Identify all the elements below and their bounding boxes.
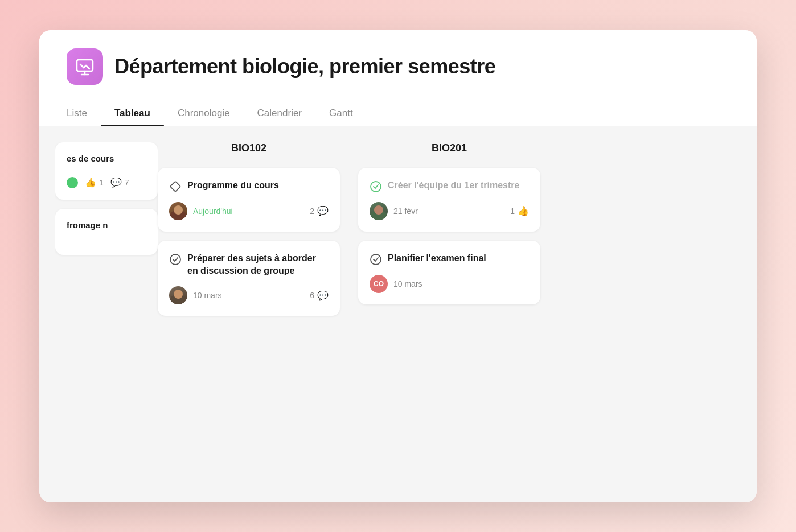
list-item[interactable]: Programme du cours Aujourd'hui 2 💬 [158, 168, 340, 232]
card-footer: 21 févr 1 👍 [370, 202, 529, 220]
card-footer-right: 2 💬 [310, 205, 329, 216]
comments-count: 💬 7 [110, 177, 129, 188]
card-footer: 👍 1 💬 7 [67, 177, 146, 188]
comments-count: 6 💬 [310, 290, 329, 301]
card-title-text: Planifier l'examen final [388, 252, 486, 265]
svg-point-9 [371, 254, 381, 265]
column-bio102: BIO102 Programme du cours Aujourd'hui [158, 142, 340, 486]
due-date: 21 févr [393, 207, 418, 216]
list-item[interactable]: Planifier l'examen final CO 10 mars [358, 241, 540, 304]
card-footer-left: CO 10 mars [370, 275, 422, 293]
tab-tableau[interactable]: Tableau [101, 101, 164, 126]
avatar [370, 202, 388, 220]
card-title-text: Programme du cours [187, 179, 279, 192]
card-title-row: Préparer des sujets à aborder en discuss… [169, 252, 329, 278]
list-item[interactable]: Préparer des sujets à aborder en discuss… [158, 241, 340, 316]
app-window: Département biologie, premier semestre L… [39, 30, 757, 502]
tabs-nav: Liste Tableau Chronologie Calendrier Gan… [67, 101, 729, 126]
likes-count: 👍 1 [85, 177, 104, 188]
likes-count: 1 👍 [510, 205, 529, 216]
list-item[interactable]: es de cours 👍 1 💬 7 [55, 142, 158, 200]
svg-rect-6 [170, 181, 180, 191]
presentation-board-icon [67, 48, 103, 85]
svg-line-3 [80, 64, 84, 68]
board-area: es de cours 👍 1 💬 7 fromag [39, 126, 757, 502]
column-bio201: BIO201 Créer l'équipe du 1er trimestre [358, 142, 540, 486]
card-title-row: Programme du cours [169, 179, 329, 193]
svg-point-7 [170, 254, 180, 265]
card-title-text: Créer l'équipe du 1er trimestre [388, 179, 519, 192]
card-title-text: Préparer des sujets à aborder en discuss… [187, 252, 329, 278]
svg-rect-0 [77, 60, 93, 71]
tab-calendrier[interactable]: Calendrier [244, 101, 315, 126]
column-header-bio201: BIO201 [358, 142, 540, 159]
card-title: es de cours [67, 154, 146, 163]
comment-icon: 💬 [110, 177, 122, 188]
card-footer-left: 10 mars [169, 286, 222, 304]
like-icon: 👍 [85, 177, 96, 188]
circle-check-done-icon [370, 180, 382, 193]
circle-check-icon [370, 253, 382, 266]
due-date: 10 mars [193, 291, 222, 300]
diamond-check-icon [169, 180, 182, 193]
tab-chronologie[interactable]: Chronologie [164, 101, 244, 126]
tab-gantt[interactable]: Gantt [315, 101, 367, 126]
card-title: fromage n [67, 220, 146, 230]
avatar: CO [370, 275, 388, 293]
list-item[interactable]: Créer l'équipe du 1er trimestre 21 févr … [358, 168, 540, 232]
card-footer-right: 6 💬 [310, 290, 329, 301]
comments-count: 2 💬 [310, 205, 329, 216]
card-footer-left: 21 févr [370, 202, 418, 220]
card-title-row: Créer l'équipe du 1er trimestre [370, 179, 529, 193]
due-date: 10 mars [393, 279, 422, 288]
circle-check-icon [169, 253, 182, 266]
comment-icon: 💬 [317, 205, 329, 216]
like-icon: 👍 [518, 205, 529, 216]
tab-liste[interactable]: Liste [67, 101, 101, 126]
svg-point-8 [371, 182, 381, 192]
card-title-row: Planifier l'examen final [370, 252, 529, 266]
avatar [169, 286, 187, 304]
title-row: Département biologie, premier semestre [67, 48, 729, 85]
columns-container: es de cours 👍 1 💬 7 fromag [39, 142, 556, 486]
comment-icon: 💬 [317, 290, 329, 301]
status-dot [67, 177, 78, 188]
card-footer-left: Aujourd'hui [169, 202, 233, 220]
page-title: Département biologie, premier semestre [114, 55, 495, 79]
svg-line-5 [86, 65, 89, 69]
header: Département biologie, premier semestre L… [39, 30, 757, 126]
list-item[interactable]: fromage n [55, 209, 158, 255]
card-footer: 10 mars 6 💬 [169, 286, 329, 304]
due-date: Aujourd'hui [193, 207, 233, 216]
card-footer: Aujourd'hui 2 💬 [169, 202, 329, 220]
card-footer: CO 10 mars [370, 275, 529, 293]
column-header-bio102: BIO102 [158, 142, 340, 159]
partial-column-left: es de cours 👍 1 💬 7 fromag [55, 142, 158, 486]
card-footer-right: 1 👍 [510, 205, 529, 216]
avatar [169, 202, 187, 220]
